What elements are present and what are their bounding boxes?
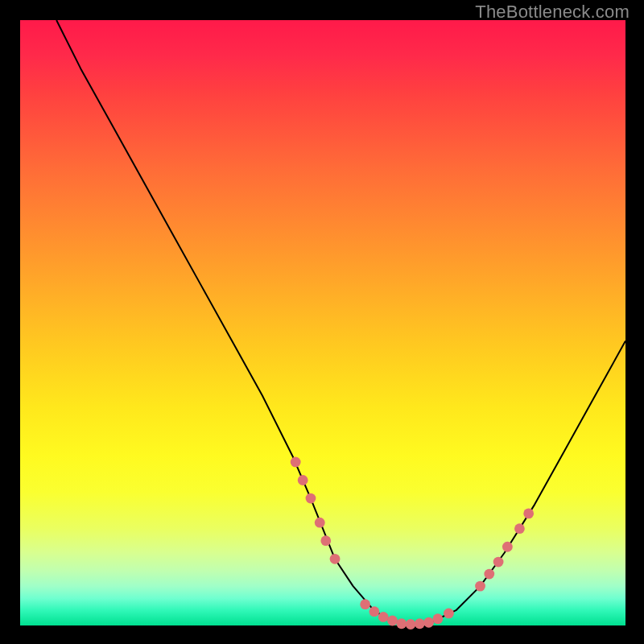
marker-dot	[493, 557, 504, 568]
marker-dot	[291, 457, 301, 468]
marker-dot	[415, 618, 425, 629]
marker-dot	[523, 508, 534, 518]
marker-dot	[306, 493, 316, 504]
marker-dot	[406, 619, 416, 630]
marker-dot	[298, 475, 308, 485]
marker-dot	[320, 535, 331, 546]
curve-line	[56, 20, 625, 625]
marker-dot	[502, 542, 513, 552]
marker-dot	[514, 523, 525, 534]
marker-dot	[396, 618, 407, 629]
marker-dot	[444, 609, 454, 619]
plot-area	[20, 20, 625, 625]
marker-dot	[475, 581, 485, 592]
marker-dot	[315, 518, 325, 528]
chart-container: TheBottleneck.com	[0, 0, 644, 644]
chart-svg	[20, 20, 625, 625]
marker-dot	[369, 606, 380, 617]
marker-dot	[330, 554, 341, 564]
marker-dot	[387, 616, 398, 626]
marker-dot	[432, 613, 443, 624]
marker-dot	[378, 612, 389, 622]
marker-dot	[360, 599, 370, 609]
marker-dot	[484, 569, 494, 580]
marker-dot	[423, 617, 434, 628]
